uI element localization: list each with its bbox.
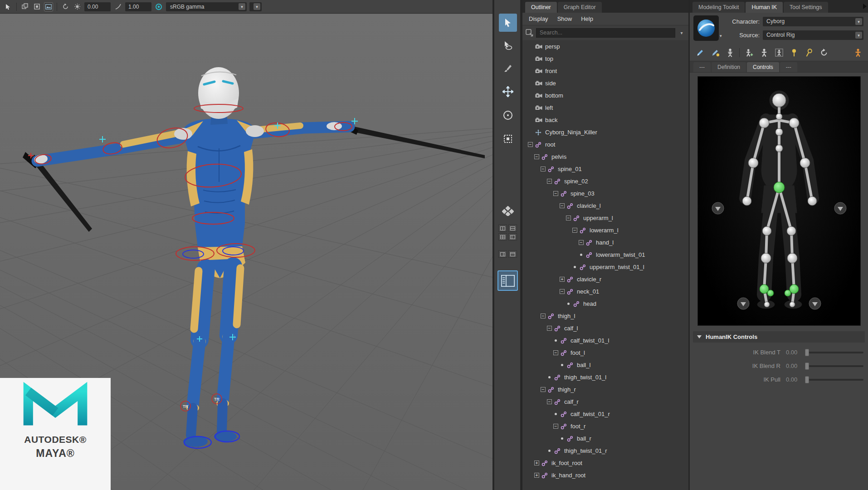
collapse-toggle-icon[interactable]: −	[553, 424, 558, 429]
pin-rotate-icon[interactable]	[803, 47, 814, 59]
outliner-node-upperarm_twist_01_l[interactable]: upperarm_twist_01_l	[522, 261, 688, 273]
select-tool[interactable]	[499, 14, 517, 32]
hik-logo-chevron-icon[interactable]	[720, 34, 722, 38]
collapse-toggle-icon[interactable]: −	[541, 314, 546, 318]
node-label[interactable]: side	[545, 80, 556, 87]
humanik-controls-header[interactable]: HumanIK Controls	[693, 331, 865, 343]
pane-layout-e[interactable]	[498, 250, 507, 258]
persp-outliner-layout-button[interactable]	[497, 270, 518, 291]
collapse-toggle-icon[interactable]: −	[541, 167, 546, 172]
collapse-toggle-icon[interactable]: −	[579, 240, 584, 245]
menu-display[interactable]: Display	[529, 15, 548, 22]
collapse-toggle-icon[interactable]: −	[560, 289, 565, 294]
node-label[interactable]: calf_r	[564, 398, 579, 405]
filter-icon[interactable]	[526, 29, 533, 37]
tab-overflow-arrow-icon[interactable]	[863, 4, 867, 9]
viewport-panel[interactable]: 0.00 1.00 sRGB gamma	[0, 0, 493, 490]
outliner-node-left[interactable]: left	[522, 102, 688, 114]
hik-character-view[interactable]	[697, 76, 861, 326]
outliner-tree[interactable]: persptopfrontsidebottomleftbackCyborg_Ni…	[522, 40, 688, 490]
node-label[interactable]: head	[583, 300, 596, 307]
chevron-down-icon[interactable]	[254, 3, 260, 10]
source-select[interactable]: Control Rig	[763, 30, 863, 40]
outliner-node-ik_hand_root[interactable]: +ik_hand_root	[522, 469, 688, 481]
node-label[interactable]: ball_r	[577, 435, 591, 442]
figure-add-icon[interactable]	[743, 47, 755, 59]
node-label[interactable]: foot_r	[571, 423, 585, 430]
pin-translate-icon[interactable]	[788, 47, 800, 59]
node-label[interactable]: pelvis	[551, 153, 566, 160]
saved-layouts-button[interactable]	[499, 203, 517, 219]
collapse-toggle-icon[interactable]: −	[547, 326, 552, 331]
collapse-toggle-icon[interactable]: −	[553, 350, 558, 355]
chevron-down-icon[interactable]	[855, 18, 862, 25]
search-options-chevron-icon[interactable]	[678, 30, 685, 35]
color-managed-toggle-icon[interactable]	[154, 2, 163, 11]
refresh-icon[interactable]	[61, 2, 70, 11]
node-label[interactable]: thigh_twist_01_r	[564, 447, 607, 454]
slider-track[interactable]	[805, 352, 863, 353]
subtab-controls[interactable]: Controls	[747, 62, 779, 72]
edit-definition-pencil-icon[interactable]	[694, 47, 706, 59]
outliner-node-side[interactable]: side	[522, 77, 688, 89]
outliner-node-head[interactable]: head	[522, 298, 688, 310]
outliner-node-upperarm_l[interactable]: −upperarm_l	[522, 212, 688, 224]
node-label[interactable]: root	[545, 141, 555, 148]
node-label[interactable]: lowerarm_l	[590, 227, 619, 234]
collapse-toggle-icon[interactable]: −	[528, 142, 533, 147]
collapse-toggle-icon[interactable]: −	[547, 399, 552, 404]
outliner-node-bottom[interactable]: bottom	[522, 89, 688, 102]
outliner-node-foot_r[interactable]: −foot_r	[522, 420, 688, 432]
lasso-select-tool[interactable]	[499, 36, 517, 54]
node-label[interactable]: spine_01	[558, 166, 582, 172]
node-label[interactable]: thigh_l	[558, 313, 575, 319]
slider-track[interactable]	[805, 365, 863, 367]
node-label[interactable]: upperarm_l	[583, 215, 613, 221]
outliner-node-root[interactable]: −root	[522, 138, 688, 151]
isolate-icon[interactable]	[32, 2, 41, 11]
reset-pose-icon[interactable]	[818, 47, 829, 59]
node-label[interactable]: neck_01	[577, 288, 599, 295]
menu-show[interactable]: Show	[557, 15, 572, 22]
slider-value[interactable]: 0.00	[786, 349, 805, 356]
hik-roll-arrows[interactable]	[712, 202, 846, 309]
outliner-node-hand_l[interactable]: −hand_l	[522, 236, 688, 249]
collapse-toggle-icon[interactable]: −	[566, 216, 571, 220]
renderer-menu[interactable]	[249, 2, 262, 11]
node-label[interactable]: Cyborg_Ninja_Killer	[545, 129, 597, 136]
outliner-node-lowerarm_l[interactable]: −lowerarm_l	[522, 224, 688, 236]
slider-handle[interactable]	[805, 363, 809, 370]
expand-toggle-icon[interactable]: +	[534, 461, 539, 466]
pane-layout-a[interactable]	[498, 225, 507, 232]
outliner-node-ik_foot_root[interactable]: +ik_foot_root	[522, 457, 688, 469]
outliner-node-ball_r[interactable]: ball_r	[522, 432, 688, 445]
chevron-down-icon[interactable]	[855, 32, 862, 39]
pane-layout-d[interactable]	[508, 233, 517, 240]
menu-help[interactable]: Help	[581, 15, 593, 22]
outliner-node-calf_r[interactable]: −calf_r	[522, 396, 688, 408]
node-label[interactable]: thigh_r	[558, 386, 576, 393]
outliner-node-clavicle_r[interactable]: +clavicle_r	[522, 273, 688, 285]
node-label[interactable]: thigh_twist_01_l	[564, 374, 606, 381]
figure-stance-icon[interactable]	[773, 47, 785, 59]
chevron-down-icon[interactable]	[239, 3, 245, 10]
duplicate-icon[interactable]	[20, 2, 29, 11]
node-label[interactable]: back	[545, 117, 557, 123]
outliner-node-clavicle_l[interactable]: −clavicle_l	[522, 200, 688, 212]
paint-select-tool[interactable]	[499, 59, 517, 77]
node-label[interactable]: lowerarm_twist_01	[596, 251, 645, 258]
tab-outliner[interactable]: Outliner	[525, 2, 557, 13]
outliner-node-back[interactable]: back	[522, 114, 688, 126]
slider-handle[interactable]	[805, 376, 809, 383]
exposure-field[interactable]: 0.00	[84, 2, 111, 11]
character-select[interactable]: Cyborg	[763, 17, 863, 26]
outliner-node-calf_twist_01_r[interactable]: calf_twist_01_r	[522, 408, 688, 420]
collapse-toggle-icon[interactable]: −	[560, 203, 565, 208]
outliner-node-persp[interactable]: persp	[522, 40, 688, 53]
outliner-node-spine_02[interactable]: −spine_02	[522, 175, 688, 187]
outliner-node-calf_twist_01_l[interactable]: calf_twist_01_l	[522, 334, 688, 347]
collapse-toggle-icon[interactable]: −	[547, 179, 552, 184]
collapse-toggle-icon[interactable]: −	[572, 228, 577, 233]
tab-tool-settings[interactable]: Tool Settings	[784, 2, 828, 13]
search-input[interactable]	[536, 28, 675, 38]
